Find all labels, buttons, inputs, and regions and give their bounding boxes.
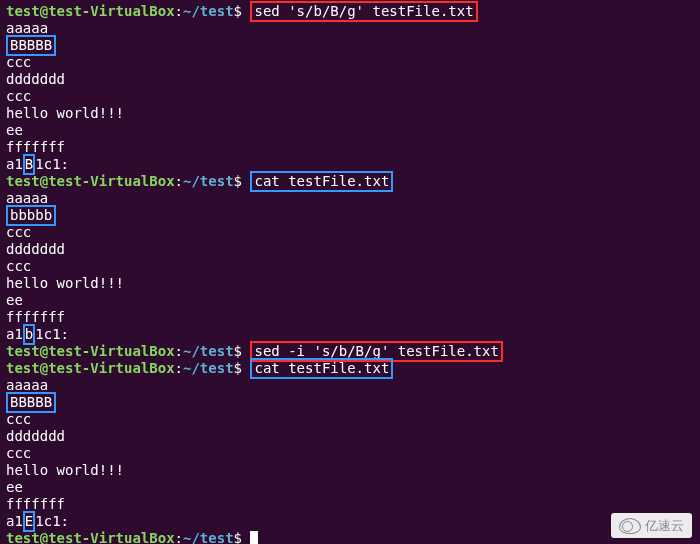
path: ~/test	[183, 3, 234, 19]
out3-l9a: a1	[6, 513, 23, 529]
dollar: $	[234, 173, 242, 189]
user: test@test-VirtualBox	[6, 3, 175, 19]
watermark-text: 亿速云	[645, 517, 684, 534]
out3-l1: aaaaa	[6, 377, 694, 394]
out1-l8: fffffff	[6, 139, 694, 156]
highlight-blue-B: B	[23, 154, 35, 175]
cloud-icon	[619, 518, 641, 534]
user: test@test-VirtualBox	[6, 173, 175, 189]
out3-l8: fffffff	[6, 496, 694, 513]
out1-l9a: a1	[6, 156, 23, 172]
path: ~/test	[183, 360, 234, 376]
dollar: $	[234, 530, 242, 544]
user: test@test-VirtualBox	[6, 360, 175, 376]
dollar: $	[234, 343, 242, 359]
out1-l7: ee	[6, 122, 694, 139]
highlight-blue-b: b	[23, 324, 35, 345]
out2-l8: fffffff	[6, 309, 694, 326]
out2-l5: ccc	[6, 258, 694, 275]
prompt-line-5[interactable]: test@test-VirtualBox:~/test$	[6, 530, 694, 544]
out3-l3: ccc	[6, 411, 694, 428]
path: ~/test	[183, 530, 234, 544]
highlight-blue-E: E	[23, 511, 35, 532]
highlight-blue-BBBBB: BBBBB	[6, 35, 56, 56]
sep: :	[175, 360, 183, 376]
out2-l9a: a1	[6, 326, 23, 342]
sep: :	[175, 173, 183, 189]
user: test@test-VirtualBox	[6, 343, 175, 359]
out1-l2: BBBBB	[6, 37, 694, 54]
out2-l6: hello world!!!	[6, 275, 694, 292]
out1-l9c: 1c1:	[35, 156, 69, 172]
path: ~/test	[183, 173, 234, 189]
out2-l2: bbbbb	[6, 207, 694, 224]
out2-l9c: 1c1:	[35, 326, 69, 342]
dollar: $	[234, 360, 242, 376]
sep: :	[175, 343, 183, 359]
cmd-sed2: sed -i 's/b/B/g' testFile.txt	[254, 343, 498, 359]
out2-l4: ddddddd	[6, 241, 694, 258]
out1-l1: aaaaa	[6, 20, 694, 37]
out1-l6: hello world!!!	[6, 105, 694, 122]
out3-l9c: 1c1:	[35, 513, 69, 529]
highlight-blue-cat2: cat testFile.txt	[250, 358, 393, 379]
out3-l9: a1E1c1:	[6, 513, 694, 530]
out1-l3: ccc	[6, 54, 694, 71]
out2-l3: ccc	[6, 224, 694, 241]
prompt-line-1: test@test-VirtualBox:~/test$ sed 's/b/B/…	[6, 3, 694, 20]
sep: :	[175, 530, 183, 544]
out1-l5: ccc	[6, 88, 694, 105]
highlight-red-sed1: sed 's/b/B/g' testFile.txt	[250, 1, 477, 22]
prompt-line-2: test@test-VirtualBox:~/test$ cat testFil…	[6, 173, 694, 190]
out3-l4: ddddddd	[6, 428, 694, 445]
out3-l5: ccc	[6, 445, 694, 462]
out3-l2: BBBBB	[6, 394, 694, 411]
cmd-cat1: cat testFile.txt	[254, 173, 389, 189]
highlight-blue-bbbbb: bbbbb	[6, 205, 56, 226]
cmd-cat2: cat testFile.txt	[254, 360, 389, 376]
out3-l6: hello world!!!	[6, 462, 694, 479]
highlight-blue-BBBBB2: BBBBB	[6, 392, 56, 413]
out1-l4: ddddddd	[6, 71, 694, 88]
dollar: $	[234, 3, 242, 19]
prompt-line-4: test@test-VirtualBox:~/test$ cat testFil…	[6, 360, 694, 377]
out2-l1: aaaaa	[6, 190, 694, 207]
watermark: 亿速云	[611, 513, 692, 538]
user: test@test-VirtualBox	[6, 530, 175, 544]
terminal-cursor[interactable]	[250, 531, 258, 544]
highlight-blue-cat1: cat testFile.txt	[250, 171, 393, 192]
out3-l7: ee	[6, 479, 694, 496]
out2-l7: ee	[6, 292, 694, 309]
cmd-sed1: sed 's/b/B/g' testFile.txt	[254, 3, 473, 19]
path: ~/test	[183, 343, 234, 359]
sep: :	[175, 3, 183, 19]
